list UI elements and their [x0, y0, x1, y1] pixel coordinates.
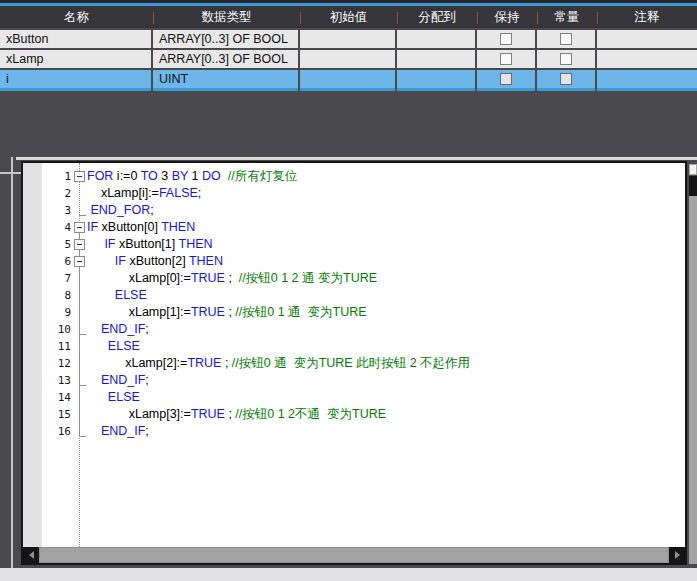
fold-bracket-end — [79, 215, 86, 216]
retain-checkbox[interactable] — [500, 73, 512, 85]
code-editor[interactable]: 1FOR i:=0 TO 3 BY 1 DO //所有灯复位2 xLamp[i]… — [21, 161, 687, 565]
var-assigned-to-cell[interactable] — [397, 30, 475, 48]
code-text[interactable]: ELSE — [87, 287, 147, 304]
code-token: xLamp[2]:= — [87, 356, 187, 370]
keyword-token: FALSE — [159, 186, 198, 200]
code-token: 3 — [158, 169, 172, 183]
code-line[interactable]: 1FOR i:=0 TO 3 BY 1 DO //所有灯复位 — [23, 168, 685, 185]
code-token: xLamp[3]:= — [87, 407, 191, 421]
column-header-initial-value: 初始值 — [300, 6, 397, 28]
fold-column — [74, 236, 87, 253]
vertical-scrollbar-thumb[interactable] — [689, 176, 697, 196]
code-text[interactable]: FOR i:=0 TO 3 BY 1 DO //所有灯复位 — [87, 168, 297, 185]
scrollbar-splitter-box[interactable] — [689, 164, 697, 175]
code-text[interactable]: END_IF; — [87, 423, 149, 440]
horizontal-scrollbar[interactable] — [23, 547, 685, 563]
splitter-line-vertical — [11, 157, 13, 568]
plc-ide-window: 名称数据类型初始值分配到保持常量注释 xButtonARRAY[0..3] OF… — [0, 0, 697, 581]
keyword-token: IF — [104, 237, 115, 251]
code-token: 1 — [188, 169, 202, 183]
code-line[interactable]: 7 xLamp[0]:=TRUE ; //按钮0 1 2 通 变为TURE — [23, 270, 685, 287]
constant-checkbox[interactable] — [560, 33, 572, 45]
var-type-cell[interactable]: UINT — [153, 70, 298, 91]
scroll-left-button[interactable] — [23, 547, 39, 563]
table-row[interactable]: xLampARRAY[0..3] OF BOOL — [0, 50, 697, 68]
code-line[interactable]: 16 END_IF; — [23, 423, 685, 440]
vertical-scrollbar-track[interactable] — [689, 196, 697, 564]
keyword-token: THEN — [161, 220, 195, 234]
code-line[interactable]: 10 END_IF; — [23, 321, 685, 338]
code-line[interactable]: 2 xLamp[i]:=FALSE; — [23, 185, 685, 202]
code-text[interactable]: xLamp[i]:=FALSE; — [87, 185, 201, 202]
fold-column — [74, 168, 87, 185]
code-line[interactable]: 5 IF xButton[1] THEN — [23, 236, 685, 253]
keyword-token: END_IF — [101, 424, 145, 438]
code-text[interactable]: ELSE — [87, 338, 140, 355]
scroll-right-button[interactable] — [669, 547, 685, 563]
fold-column — [74, 338, 87, 355]
var-name-cell[interactable]: xLamp — [0, 50, 151, 68]
constant-checkbox[interactable] — [560, 73, 572, 85]
code-line[interactable]: 15 xLamp[3]:=TRUE ; //按钮0 1 2不通 变为TURE — [23, 406, 685, 423]
code-text[interactable]: ELSE — [87, 389, 140, 406]
keyword-token: TO — [141, 169, 158, 183]
fold-collapse-icon[interactable] — [74, 239, 85, 250]
code-line[interactable]: 12 xLamp[2]:=TRUE ; //按钮0 通 变为TURE 此时按钮 … — [23, 355, 685, 372]
variable-declaration-table: 名称数据类型初始值分配到保持常量注释 xButtonARRAY[0..3] OF… — [0, 6, 697, 91]
code-text[interactable]: xLamp[2]:=TRUE ; //按钮0 通 变为TURE 此时按钮 2 不… — [87, 355, 470, 372]
keyword-token: IF — [87, 220, 98, 234]
code-token: ; — [145, 424, 148, 438]
column-header-constant: 常量 — [537, 6, 597, 28]
column-header-retain: 保持 — [477, 6, 537, 28]
code-text[interactable]: END_IF; — [87, 321, 149, 338]
code-area[interactable]: 1FOR i:=0 TO 3 BY 1 DO //所有灯复位2 xLamp[i]… — [23, 168, 685, 440]
table-row[interactable]: iUINT — [0, 70, 697, 91]
table-row[interactable]: xButtonARRAY[0..3] OF BOOL — [0, 30, 697, 48]
var-comment-cell[interactable] — [597, 70, 697, 91]
fold-collapse-icon[interactable] — [74, 222, 85, 233]
var-initial-value-cell[interactable] — [300, 50, 395, 68]
line-number: 8 — [23, 287, 74, 304]
code-line[interactable]: 11 ELSE — [23, 338, 685, 355]
var-assigned-to-cell[interactable] — [397, 70, 475, 91]
keyword-token: TRUE — [187, 356, 221, 370]
retain-checkbox[interactable] — [500, 53, 512, 65]
code-text[interactable]: IF xButton[1] THEN — [87, 236, 213, 253]
fold-collapse-icon[interactable] — [74, 171, 85, 182]
fold-collapse-icon[interactable] — [74, 256, 85, 267]
code-line[interactable]: 3 END_FOR; — [23, 202, 685, 219]
retain-checkbox[interactable] — [500, 33, 512, 45]
keyword-token: FOR — [87, 169, 113, 183]
var-comment-cell[interactable] — [597, 30, 697, 48]
var-name-cell[interactable]: i — [0, 70, 151, 91]
code-line[interactable]: 9 xLamp[1]:=TRUE ; //按钮0 1 通 变为TURE — [23, 304, 685, 321]
var-name-cell[interactable]: xButton — [0, 30, 151, 48]
constant-checkbox-cell — [537, 50, 595, 68]
code-line[interactable]: 4IF xButton[0] THEN — [23, 219, 685, 236]
horizontal-scrollbar-thumb[interactable] — [40, 548, 668, 562]
code-line[interactable]: 8 ELSE — [23, 287, 685, 304]
code-text[interactable]: END_FOR; — [87, 202, 154, 219]
var-assigned-to-cell[interactable] — [397, 50, 475, 68]
code-text[interactable]: IF xButton[0] THEN — [87, 219, 195, 236]
var-initial-value-cell[interactable] — [300, 70, 395, 91]
fold-column — [74, 270, 87, 287]
code-text[interactable]: xLamp[1]:=TRUE ; //按钮0 1 通 变为TURE — [87, 304, 367, 321]
constant-checkbox[interactable] — [560, 53, 572, 65]
panel-splitter[interactable] — [16, 157, 697, 160]
horizontal-scrollbar-track[interactable] — [39, 547, 669, 563]
var-comment-cell[interactable] — [597, 50, 697, 68]
var-type-cell[interactable]: ARRAY[0..3] OF BOOL — [153, 50, 298, 68]
code-line[interactable]: 14 ELSE — [23, 389, 685, 406]
code-text[interactable]: IF xButton[2] THEN — [87, 253, 223, 270]
code-token — [87, 373, 101, 387]
code-line[interactable]: 6 IF xButton[2] THEN — [23, 253, 685, 270]
code-text[interactable]: xLamp[0]:=TRUE ; //按钮0 1 2 通 变为TURE — [87, 270, 377, 287]
code-line[interactable]: 13 END_IF; — [23, 372, 685, 389]
keyword-token: TRUE — [191, 271, 225, 285]
var-initial-value-cell[interactable] — [300, 30, 395, 48]
code-text[interactable]: xLamp[3]:=TRUE ; //按钮0 1 2不通 变为TURE — [87, 406, 386, 423]
code-text[interactable]: END_IF; — [87, 372, 149, 389]
var-type-cell[interactable]: ARRAY[0..3] OF BOOL — [153, 30, 298, 48]
keyword-token: IF — [115, 254, 126, 268]
